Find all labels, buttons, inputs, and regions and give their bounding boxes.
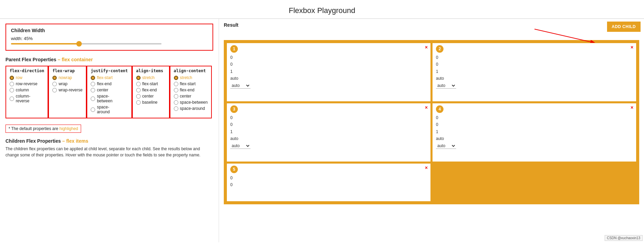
flex-wrap-col: flex-wrap nowrap wrap wrap-reverse [48,66,87,118]
child3-val1: 0 [230,114,427,121]
child4-val4: auto [436,135,633,142]
child-close-1[interactable]: × [425,44,428,50]
flex-wrap-label: flex-wrap [52,68,82,73]
flex-dir-row-reverse[interactable]: row-reverse [10,81,44,86]
csdn-badge: CSDN @xuchaoxin13 [605,235,643,241]
child4-val3: 1 [436,128,633,135]
justify-content-label: justify-content [91,68,128,73]
jc-center[interactable]: center [91,88,128,92]
ac-flex-start[interactable]: flex-start [174,81,208,86]
child1-val4: auto [230,75,427,82]
ac-space-between[interactable]: space-between [174,100,208,105]
jc-space-between[interactable]: space-between [91,94,128,103]
ac-flex-end[interactable]: flex-end [174,88,208,92]
child2-val4: auto [436,75,633,82]
children-width-heading: Children Width [11,28,208,33]
child-card-5: 5 × 0 0 [227,163,431,202]
flex-dir-row[interactable]: row [10,75,44,80]
flex-direction-col: flex-direction row row-reverse column co… [5,66,48,118]
align-content-col: align-content stretch flex-start flex-en… [170,66,212,118]
child-close-5[interactable]: × [425,165,428,170]
child2-val3: 1 [436,68,633,75]
child1-val3: 1 [230,68,427,75]
flex-wrap-nowrap[interactable]: nowrap [52,75,82,80]
child1-val1: 0 [230,54,427,61]
children-width-section: Children Width width: 45% [5,24,213,51]
flex-wrap-wrap[interactable]: wrap [52,81,82,86]
default-note: * The default properties are highlighed [5,125,81,133]
child4-val2: 0 [436,121,633,128]
left-panel: Children Width width: 45% Parent Flex Pr… [0,19,219,242]
align-items-label: align-items [136,68,166,73]
child3-select[interactable]: autononerowcolumn [230,143,250,149]
child1-select[interactable]: autononerowcolumn [230,83,250,89]
child3-select-row: autononerowcolumn [230,142,427,149]
flex-direction-label: flex-direction [10,68,44,73]
children-flex-highlight: – flex items [62,138,88,144]
child1-select-row: autononerowcolumn [230,82,427,89]
ai-flex-end[interactable]: flex-end [136,88,166,92]
child-number-5: 5 [230,166,238,173]
child1-val2: 0 [230,61,427,68]
ac-space-around[interactable]: space-around [174,106,208,111]
child-card-4: 4 × 0 0 1 auto autononerowcolumn [432,103,636,162]
children-flex-heading: Children Flex Properties – flex items [5,138,213,144]
ai-flex-start[interactable]: flex-start [136,81,166,86]
jc-flex-start[interactable]: flex-start [91,75,128,80]
child3-val3: 1 [230,128,427,135]
result-title: Result [224,22,639,28]
page-title: Flexbox Playground [0,0,644,19]
jc-space-around[interactable]: space-around [91,105,128,114]
child-card-2: 2 × 0 0 1 auto autononerowcolumn [432,43,636,102]
child5-val2: 0 [230,181,427,188]
jc-flex-end[interactable]: flex-end [91,81,128,86]
child5-val1: 0 [230,175,427,181]
width-slider[interactable] [11,43,162,44]
child4-val1: 0 [436,114,633,121]
child-card-3: 3 × 0 0 1 auto autononerowcolumn [227,103,431,162]
child2-val1: 0 [436,54,633,61]
right-panel: Result ADD CHILD 1 × 0 0 1 auto [219,19,644,242]
child-number-4: 4 [436,105,443,113]
child-close-3[interactable]: × [425,105,428,110]
ai-baseline[interactable]: baseline [136,100,166,105]
align-items-col: align-items stretch flex-start flex-end … [132,66,170,118]
children-flex-description: The children flex properties can be appl… [5,146,213,158]
ai-center[interactable]: center [136,94,166,99]
ac-center[interactable]: center [174,94,208,99]
child2-select[interactable]: autononerowcolumn [436,83,456,89]
add-child-button[interactable]: ADD CHILD [607,22,641,32]
child-number-1: 1 [230,45,238,53]
parent-flex-heading-highlight: – flex container [58,57,93,62]
child-close-2[interactable]: × [631,44,633,50]
child4-select[interactable]: autononerowcolumn [436,143,456,149]
child-close-4[interactable]: × [631,105,633,110]
ac-stretch[interactable]: stretch [174,75,208,80]
child3-val4: auto [230,135,427,142]
ai-stretch[interactable]: stretch [136,75,166,80]
child4-select-row: autononerowcolumn [436,142,633,149]
child2-select-row: autononerowcolumn [436,82,633,89]
flex-dir-column-reverse[interactable]: column-reverse [10,94,44,103]
align-content-label: align-content [174,68,208,73]
child-number-3: 3 [230,105,238,113]
flex-result-area: 1 × 0 0 1 auto autononerowcolumn 2 [224,40,639,204]
child3-val2: 0 [230,121,427,128]
child-card-1: 1 × 0 0 1 auto autononerowcolumn [227,43,431,102]
flex-props-table: flex-direction row row-reverse column co… [5,66,213,118]
flex-dir-column[interactable]: column [10,88,44,92]
child-number-2: 2 [436,45,443,53]
child2-val2: 0 [436,61,633,68]
justify-content-col: justify-content flex-start flex-end cent… [87,66,132,118]
flex-wrap-wrap-reverse[interactable]: wrap-reverse [52,88,82,92]
parent-flex-heading: Parent Flex Properties – flex container [5,57,213,62]
width-label: width: 45% [11,36,208,41]
